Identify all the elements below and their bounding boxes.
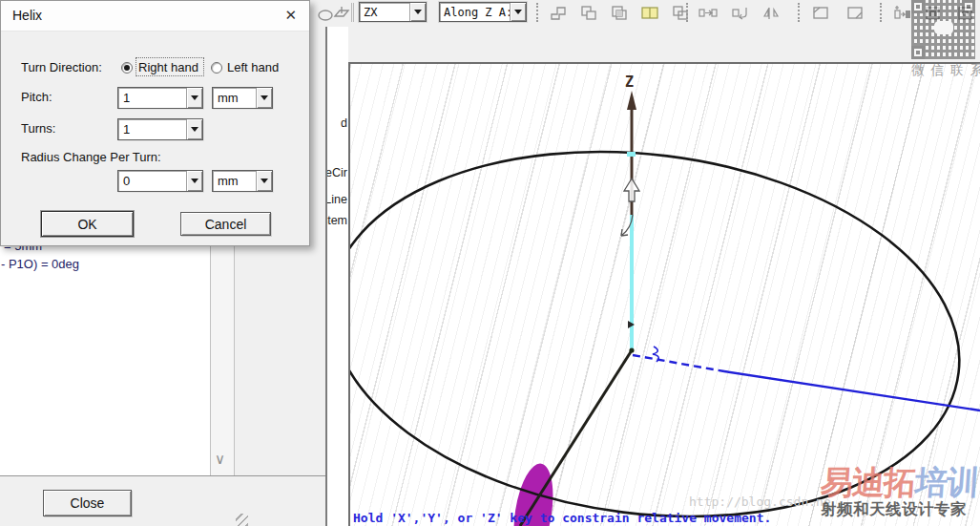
resize-grip[interactable]: [236, 514, 248, 526]
chevron-down-icon[interactable]: [409, 3, 426, 21]
radius-line: [520, 350, 632, 526]
chevron-down-icon[interactable]: [186, 119, 202, 139]
qr-finder-icon: [911, 0, 925, 13]
brand-name: 易迪拓培训: [820, 465, 980, 499]
right-hand-label[interactable]: Right hand: [138, 60, 198, 74]
union-icon[interactable]: [549, 4, 568, 22]
ok-button[interactable]: OK: [41, 211, 134, 237]
translate-copy-icon[interactable]: [699, 4, 718, 22]
dialog-title: Helix: [12, 8, 42, 23]
z-axis-arrowhead: [627, 91, 636, 110]
subtract-icon[interactable]: [579, 4, 598, 22]
wechat-qr-badge: 微信联系: [911, 0, 980, 79]
toolbar-separator: [798, 3, 800, 22]
turns-value: 1: [118, 122, 186, 137]
chevron-down-icon[interactable]: [256, 171, 272, 191]
brand-watermark: 易迪拓培训 射频和天线设计专家: [821, 465, 978, 520]
right-hand-radio[interactable]: [121, 62, 133, 74]
chat-bubble-icon: [934, 21, 953, 34]
toolbar-separator: [351, 3, 354, 22]
pitch-unit-value: mm: [213, 91, 256, 105]
left-hand-label[interactable]: Left hand: [227, 60, 279, 74]
mirror-icon[interactable]: [761, 4, 781, 22]
chevron-down-icon[interactable]: [186, 171, 202, 191]
plane-select-value: ZX: [360, 6, 409, 19]
expression-line: - P1O) = 0deg: [1, 257, 79, 271]
extrude-icon[interactable]: [893, 4, 912, 22]
axis-select-value: Along Z A:: [440, 6, 510, 19]
close-button[interactable]: Close: [43, 490, 132, 516]
chevron-down-icon[interactable]: [186, 88, 202, 108]
radius-unit-select[interactable]: mm: [212, 170, 273, 192]
brand-tagline: 射频和天线设计专家: [821, 499, 978, 520]
turns-label: Turns:: [21, 121, 55, 136]
clipped-menu-item[interactable]: teCir: [325, 166, 347, 179]
pitch-input[interactable]: 1: [117, 87, 203, 109]
z-axis-label: Z: [625, 74, 634, 91]
axis-select[interactable]: Along Z A:: [439, 2, 527, 22]
url-watermark: http://blog.csdn.ne: [689, 494, 831, 509]
wechat-contact-label: 微信联系: [911, 62, 980, 79]
radius-change-label: Radius Change Per Turn:: [21, 150, 161, 164]
imprint-icon[interactable]: [640, 4, 659, 22]
snap-line: [724, 371, 980, 410]
3d-viewport[interactable]: Z http://blog.csdn.ne Hold 'X','Y', or '…: [348, 62, 980, 526]
close-icon[interactable]: ✕: [284, 7, 297, 24]
pitch-unit-select[interactable]: mm: [212, 87, 273, 109]
toolbar-separator: [536, 3, 538, 22]
brand-name-blue: 培训: [914, 464, 980, 500]
axis-intersection-marker: [627, 152, 636, 157]
radius-unit-value: mm: [213, 174, 256, 188]
helix-dialog: Helix ✕ Turn Direction: Right hand Left …: [0, 0, 310, 246]
zoom-window-icon[interactable]: [811, 4, 830, 22]
plane-select[interactable]: ZX: [359, 2, 427, 22]
brand-name-red: 易迪拓: [820, 464, 917, 500]
clipped-menu-item[interactable]: d: [341, 116, 347, 130]
clipped-panel-edge: d teCir rLine stem: [325, 27, 348, 526]
intersect-icon[interactable]: [610, 4, 629, 22]
turns-input[interactable]: 1: [117, 118, 203, 140]
scene-canvas: Z: [350, 64, 980, 526]
pitch-value: 1: [118, 91, 186, 105]
pitch-label: Pitch:: [21, 90, 52, 104]
qr-finder-icon: [962, 0, 975, 13]
chevron-down-icon[interactable]: [510, 3, 526, 21]
dialog-titlebar[interactable]: Helix ✕: [1, 1, 309, 32]
cancel-button[interactable]: Cancel: [180, 212, 271, 236]
toolbar-separator: [686, 3, 688, 22]
scroll-down-icon[interactable]: ∨: [215, 451, 225, 468]
radius-change-value: 0: [118, 174, 186, 188]
clipped-menu-item[interactable]: stem: [325, 214, 347, 227]
turn-direction-label: Turn Direction:: [21, 60, 102, 74]
qr-code-icon: [911, 0, 975, 59]
toolbar-separator: [880, 3, 882, 22]
workplane-icon[interactable]: [332, 4, 351, 22]
rotate-copy-icon[interactable]: [731, 4, 750, 22]
snap-line-dashed: [633, 355, 724, 371]
origin-point[interactable]: [629, 347, 634, 352]
panel-footer: Close: [0, 475, 325, 526]
zoom-selected-icon[interactable]: [845, 4, 865, 22]
clipped-menu-item[interactable]: rLine: [325, 193, 347, 206]
status-hint-text: Hold 'X','Y', or 'Z' key to constrain re…: [353, 511, 771, 525]
snap-scribble: [653, 347, 658, 362]
height-drag-handle-icon[interactable]: [624, 179, 639, 201]
chevron-down-icon[interactable]: [256, 88, 272, 108]
left-hand-radio[interactable]: [211, 62, 222, 74]
radius-change-input[interactable]: 0: [117, 170, 203, 192]
qr-finder-icon: [911, 46, 925, 59]
